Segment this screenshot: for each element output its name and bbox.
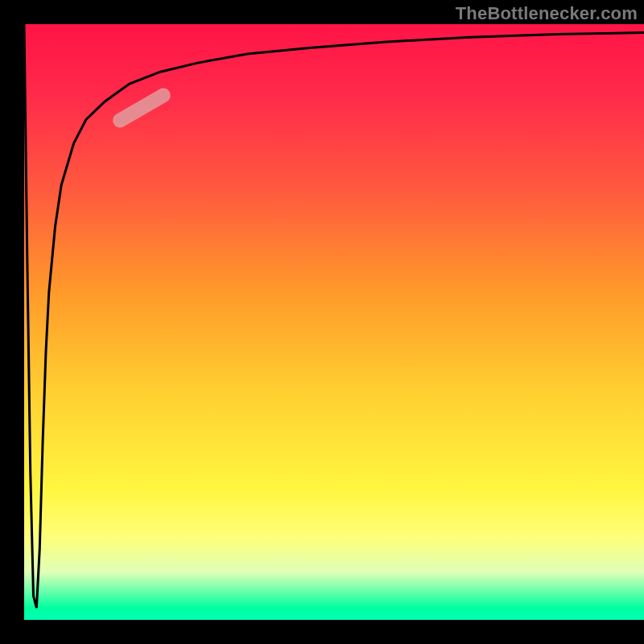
x-axis	[19, 620, 644, 625]
plot-gradient-background	[24, 24, 644, 620]
chart-stage: TheBottlenecker.com	[0, 0, 644, 644]
y-axis	[19, 24, 24, 620]
watermark-text: TheBottlenecker.com	[456, 3, 638, 24]
